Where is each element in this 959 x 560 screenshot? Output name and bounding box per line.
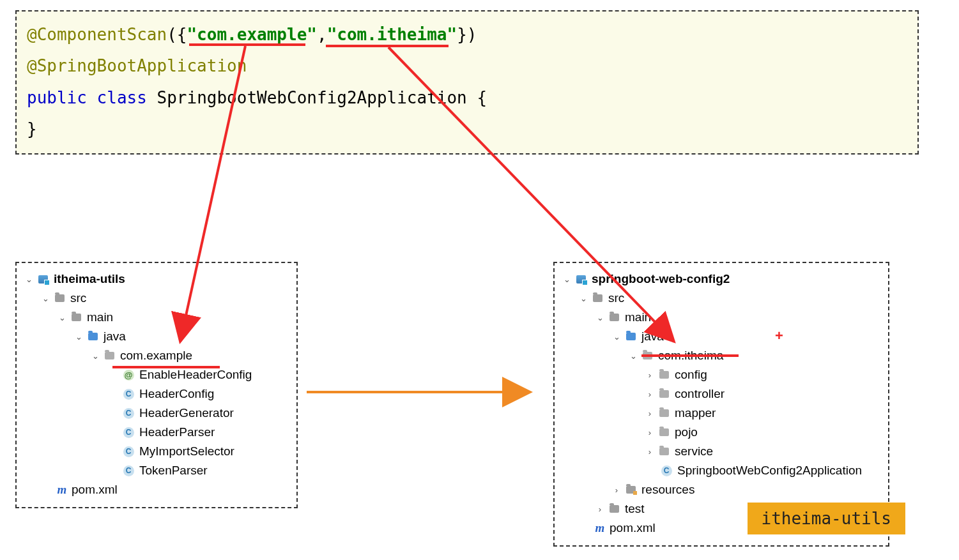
- tree-java[interactable]: ⌄ java: [23, 327, 288, 346]
- module-icon: [37, 273, 49, 285]
- package-icon: [104, 350, 115, 361]
- code-line-4: }: [27, 114, 907, 145]
- folder-icon: [608, 312, 620, 323]
- chevron-right-icon[interactable]: ›: [594, 504, 606, 514]
- tree-label: TokenParser: [139, 464, 208, 478]
- tree-src[interactable]: ⌄ src: [561, 289, 879, 308]
- tree-file-myimportselector[interactable]: C MyImportSelector: [23, 442, 288, 461]
- tree-label: pom.xml: [72, 483, 118, 497]
- tree-label: pojo: [675, 425, 698, 439]
- chevron-down-icon[interactable]: ⌄: [627, 351, 639, 361]
- package-icon: [658, 388, 670, 400]
- source-folder-icon: [87, 331, 98, 342]
- chevron-down-icon[interactable]: ⌄: [56, 313, 68, 322]
- chevron-right-icon[interactable]: ›: [644, 447, 656, 457]
- chevron-right-icon[interactable]: ›: [644, 409, 656, 418]
- class-file-icon: C: [123, 465, 134, 476]
- tree-label: main: [625, 310, 651, 324]
- class-file-icon: C: [123, 407, 134, 419]
- chevron-down-icon[interactable]: ⌄: [23, 275, 35, 284]
- annotation-springbootapp: @SpringBootApplication: [27, 56, 247, 75]
- tree-pkg-mapper[interactable]: › mapper: [561, 404, 879, 423]
- tree-label: src: [70, 291, 86, 305]
- tree-file-enableheaderconfig[interactable]: @ EnableHeaderConfig: [23, 365, 288, 384]
- maven-icon: m: [594, 521, 606, 535]
- tree-pkg-controller[interactable]: › controller: [561, 384, 879, 404]
- tree-label: itheima-utils: [54, 272, 125, 286]
- class-name: SpringbootWebConfig2Application: [157, 88, 467, 107]
- annotation-file-icon: @: [123, 369, 134, 381]
- tree-label: java: [104, 329, 126, 344]
- plus-marker: +: [775, 328, 783, 344]
- code-line-2: @SpringBootApplication: [27, 50, 907, 82]
- tree-file-headerparser[interactable]: C HeaderParser: [23, 423, 288, 442]
- package-icon: [658, 407, 670, 419]
- tree-java[interactable]: ⌄ java: [561, 327, 879, 346]
- tree-label: EnableHeaderConfig: [139, 368, 252, 382]
- chevron-down-icon[interactable]: ⌄: [89, 351, 101, 361]
- tree-label: resources: [641, 483, 694, 497]
- tree-root-itheima-utils[interactable]: ⌄ itheima-utils: [23, 269, 288, 289]
- tree-root-springboot-web-config2[interactable]: ⌄ springboot-web-config2: [561, 269, 879, 289]
- tree-label: HeaderParser: [139, 425, 215, 439]
- chevron-right-icon[interactable]: ›: [644, 428, 656, 437]
- annotation-componentscan: @ComponentScan: [27, 25, 167, 44]
- tree-label: com.itheima: [658, 349, 723, 363]
- folder-icon: [608, 503, 620, 515]
- folder-icon: [70, 312, 82, 323]
- tree-label: src: [608, 291, 624, 305]
- tree-pkg-pojo[interactable]: › pojo: [561, 423, 879, 442]
- chevron-right-icon[interactable]: ›: [644, 370, 656, 380]
- tree-resources[interactable]: › resources: [561, 480, 879, 499]
- tree-label: HeaderGenerator: [139, 406, 234, 420]
- class-file-icon: C: [123, 427, 134, 438]
- chevron-right-icon[interactable]: ›: [611, 485, 622, 495]
- tree-label: MyImportSelector: [139, 444, 234, 458]
- tree-label: service: [675, 444, 713, 458]
- maven-icon: m: [56, 483, 68, 497]
- tree-main[interactable]: ⌄ main: [561, 308, 879, 327]
- chevron-down-icon[interactable]: ⌄: [578, 294, 589, 303]
- tree-main[interactable]: ⌄ main: [23, 308, 288, 327]
- scan-pkg-1: "com.example": [187, 25, 317, 44]
- folder-icon: [54, 292, 65, 304]
- tree-src[interactable]: ⌄ src: [23, 289, 288, 308]
- chevron-right-icon[interactable]: ›: [644, 390, 656, 399]
- resources-folder-icon: [625, 484, 636, 496]
- tree-pkg-com-itheima[interactable]: ⌄ com.itheima: [561, 346, 879, 365]
- tree-pom[interactable]: m pom.xml: [23, 480, 288, 499]
- tree-file-app[interactable]: C SpringbootWebConfig2Application: [561, 461, 879, 480]
- folder-icon: [592, 292, 603, 304]
- tree-file-headerconfig[interactable]: C HeaderConfig: [23, 384, 288, 404]
- tree-pkg-service[interactable]: › service: [561, 442, 879, 461]
- package-icon: [658, 369, 670, 381]
- chevron-down-icon[interactable]: ⌄: [40, 294, 51, 303]
- chevron-down-icon[interactable]: ⌄: [561, 275, 572, 284]
- package-icon: [658, 427, 670, 438]
- scan-pkg-2: "com.itheima": [327, 25, 457, 44]
- chevron-down-icon[interactable]: ⌄: [73, 332, 84, 342]
- tree-label: java: [641, 329, 664, 344]
- tree-label: SpringbootWebConfig2Application: [677, 464, 862, 478]
- tree-label: config: [675, 368, 707, 382]
- tree-label: test: [625, 502, 645, 516]
- tree-label: mapper: [675, 406, 716, 420]
- badge-itheima-utils: itheima-utils: [748, 503, 906, 534]
- chevron-down-icon[interactable]: ⌄: [611, 332, 622, 342]
- project-tree-left: ⌄ itheima-utils ⌄ src ⌄ main ⌄ java ⌄ co…: [15, 262, 298, 508]
- tree-file-tokenparser[interactable]: C TokenParser: [23, 461, 288, 480]
- tree-label: pom.xml: [610, 521, 656, 535]
- tree-label: controller: [675, 387, 725, 401]
- source-folder-icon: [625, 331, 636, 342]
- package-icon: [658, 446, 670, 457]
- code-line-1: @ComponentScan({"com.example","com.ithei…: [27, 19, 907, 50]
- chevron-down-icon[interactable]: ⌄: [594, 313, 606, 322]
- tree-label: springboot-web-config2: [592, 272, 730, 286]
- tree-pkg-config[interactable]: › config: [561, 365, 879, 384]
- module-icon: [575, 273, 587, 285]
- tree-label: com.example: [120, 349, 192, 363]
- tree-label: main: [87, 310, 113, 324]
- tree-pkg-com-example[interactable]: ⌄ com.example: [23, 346, 288, 365]
- tree-file-headergenerator[interactable]: C HeaderGenerator: [23, 404, 288, 423]
- class-file-icon: C: [123, 446, 134, 457]
